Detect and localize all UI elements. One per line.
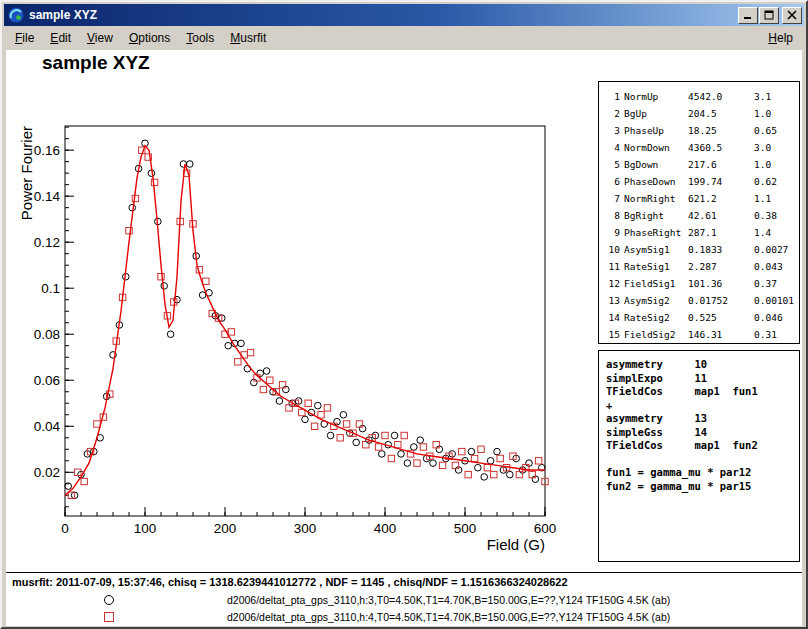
menu-items: FileEditViewOptionsToolsMusrfit — [7, 28, 760, 48]
x-axis-label: Field (G) — [487, 536, 545, 553]
minimize-icon — [743, 10, 753, 20]
parameter-list: 1NormUp4542.03.12BgUp204.51.03PhaseUp18.… — [599, 88, 799, 343]
legend-item: d2006/deltat_pta_gps_3110,h:3,T0=4.50K,T… — [6, 591, 802, 608]
svg-text:0.14: 0.14 — [34, 189, 61, 204]
svg-text:0.08: 0.08 — [34, 327, 60, 342]
parameter-row: 9PhaseRight287.11.4 — [599, 224, 799, 241]
svg-text:400: 400 — [374, 521, 397, 536]
parameter-row: 13AsymSig20.017520.00101 — [599, 292, 799, 309]
black-circle-icon — [104, 595, 114, 605]
parameter-row: 4NormDown4360.53.0 — [599, 139, 799, 156]
parameter-row: 8BgRight42.610.38 — [599, 207, 799, 224]
title-bar[interactable]: sample XYZ — [4, 4, 804, 26]
close-icon — [787, 10, 797, 20]
menu-edit[interactable]: Edit — [42, 28, 79, 48]
status-line: musrfit: 2011-07-09, 15:37:46, chisq = 1… — [12, 576, 568, 588]
parameter-row: 1NormUp4542.03.1 — [599, 88, 799, 105]
svg-text:0: 0 — [61, 521, 69, 536]
plot-tick-labels: 01002003004005006000.020.040.060.080.10.… — [18, 126, 556, 553]
parameter-row: 14RateSig20.5250.046 — [599, 309, 799, 326]
y-axis-label: Power Fourier — [18, 126, 35, 220]
parameter-row: 2BgUp204.51.0 — [599, 105, 799, 122]
svg-text:100: 100 — [134, 521, 157, 536]
close-button[interactable] — [782, 7, 802, 24]
parameter-row: 10AsymSig10.18330.0027 — [599, 241, 799, 258]
svg-text:200: 200 — [214, 521, 237, 536]
minimize-button[interactable] — [738, 7, 758, 24]
status-divider — [6, 572, 802, 573]
svg-text:0.02: 0.02 — [34, 465, 60, 480]
series-fit — [65, 146, 545, 496]
app-icon — [8, 7, 24, 23]
menu-help[interactable]: Help — [760, 28, 801, 48]
window-title: sample XYZ — [29, 8, 737, 22]
plot-axes — [65, 126, 545, 516]
plot-canvas[interactable]: sample XYZ 01002003004005006000.020.040.… — [6, 50, 802, 626]
app-window: sample XYZ FileEditViewOptionsToolsMusrf… — [0, 0, 808, 629]
maximize-button[interactable] — [759, 7, 779, 24]
menu-bar: FileEditViewOptionsToolsMusrfit Help — [4, 26, 804, 49]
svg-text:500: 500 — [454, 521, 477, 536]
svg-text:0.04: 0.04 — [34, 419, 61, 434]
parameter-row: 15FieldSig2146.310.31 — [599, 326, 799, 343]
red-square-icon — [104, 612, 114, 622]
theory-box: asymmetry 10 simplExpo 11 TFieldCos map1… — [598, 350, 800, 562]
menu-help-wrap: Help — [760, 28, 801, 48]
parameter-row: 11RateSig12.2870.043 — [599, 258, 799, 275]
theory-text: asymmetry 10 simplExpo 11 TFieldCos map1… — [606, 358, 799, 493]
plot-svg[interactable]: 01002003004005006000.020.040.060.080.10.… — [6, 50, 606, 570]
legend: d2006/deltat_pta_gps_3110,h:3,T0=4.50K,T… — [6, 591, 802, 625]
parameter-row: 12FieldSig1101.360.37 — [599, 275, 799, 292]
menu-tools[interactable]: Tools — [178, 28, 222, 48]
series-run-h3 — [65, 140, 545, 499]
svg-text:0.12: 0.12 — [34, 235, 60, 250]
parameter-row: 5BgDown217.61.0 — [599, 156, 799, 173]
legend-label: d2006/deltat_pta_gps_3110,h:3,T0=4.50K,T… — [227, 594, 670, 606]
legend-label: d2006/deltat_pta_gps_3110,h:4,T0=4.50K,T… — [227, 611, 670, 623]
svg-text:0.06: 0.06 — [34, 373, 60, 388]
series-run-h4 — [68, 147, 548, 499]
maximize-icon — [764, 10, 774, 20]
parameter-row: 6PhaseDown199.740.62 — [599, 173, 799, 190]
svg-text:600: 600 — [534, 521, 557, 536]
parameter-box: 1NormUp4542.03.12BgUp204.51.03PhaseUp18.… — [598, 81, 800, 344]
svg-text:0.1: 0.1 — [41, 281, 60, 296]
legend-item: d2006/deltat_pta_gps_3110,h:4,T0=4.50K,T… — [6, 608, 802, 625]
parameter-row: 7NormRight621.21.1 — [599, 190, 799, 207]
menu-file[interactable]: File — [7, 28, 42, 48]
menu-musrfit[interactable]: Musrfit — [222, 28, 274, 48]
menu-view[interactable]: View — [79, 28, 121, 48]
menu-options[interactable]: Options — [121, 28, 178, 48]
svg-text:0.16: 0.16 — [34, 143, 60, 158]
parameter-row: 3PhaseUp18.250.65 — [599, 122, 799, 139]
svg-text:300: 300 — [294, 521, 317, 536]
